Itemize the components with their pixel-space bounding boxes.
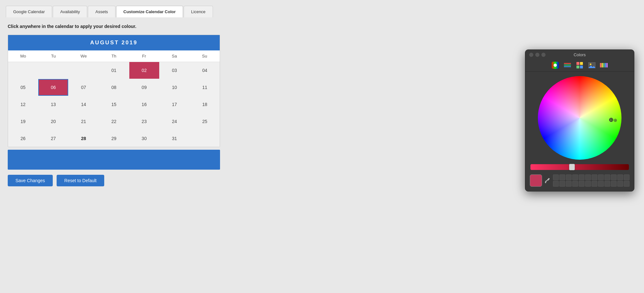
- calendar-cell[interactable]: 24: [160, 113, 189, 130]
- minimize-button[interactable]: [535, 53, 539, 57]
- palette-swatch[interactable]: [598, 181, 604, 187]
- palette-swatch[interactable]: [624, 181, 630, 187]
- calendar-cell[interactable]: 04: [190, 62, 220, 79]
- palette-swatch[interactable]: [585, 174, 591, 180]
- color-preview-bar[interactable]: [8, 150, 220, 170]
- palette-swatch[interactable]: [611, 181, 617, 187]
- picker-toolbar: [525, 60, 634, 72]
- calendar-cell[interactable]: 30: [129, 130, 159, 147]
- main-content: Click anywhere in the calendar to apply …: [0, 17, 644, 194]
- calendar-cell[interactable]: 03: [160, 62, 189, 79]
- tab-google-calendar[interactable]: Google Calendar: [6, 6, 52, 17]
- calendar-cell[interactable]: 01: [99, 62, 129, 79]
- tab-licence[interactable]: Licence: [184, 6, 213, 17]
- calendar-cell[interactable]: 31: [160, 130, 189, 147]
- close-button[interactable]: [529, 53, 533, 57]
- palette-swatch[interactable]: [559, 174, 565, 180]
- calendar-cell[interactable]: 23: [129, 113, 159, 130]
- svg-rect-8: [580, 66, 583, 68]
- calendar-cell[interactable]: 02: [129, 62, 159, 79]
- color-wheel-tool-icon[interactable]: [551, 62, 560, 69]
- calendar-cell[interactable]: 16: [129, 96, 159, 113]
- reset-button[interactable]: Reset to Default: [57, 175, 104, 186]
- calendar-cell[interactable]: 06: [38, 79, 68, 96]
- palette-swatch[interactable]: [624, 174, 630, 180]
- calendar-cell[interactable]: 14: [69, 96, 98, 113]
- svg-rect-14: [602, 63, 603, 67]
- palette-swatch[interactable]: [579, 181, 584, 187]
- svg-point-11: [590, 64, 592, 65]
- palette-swatch[interactable]: [604, 174, 610, 180]
- pencils-tool-icon[interactable]: [600, 62, 609, 69]
- calendar-cell[interactable]: 05: [8, 79, 38, 96]
- maximize-button[interactable]: [541, 53, 546, 57]
- palette-swatch[interactable]: [579, 174, 584, 180]
- palette-swatch[interactable]: [572, 174, 578, 180]
- palette-swatch[interactable]: [553, 174, 559, 180]
- calendar-cell[interactable]: 28: [69, 130, 98, 147]
- calendar-title: AUGUST 2019: [8, 35, 220, 50]
- calendar-cell[interactable]: 12: [8, 96, 38, 113]
- color-wheel[interactable]: ⊕: [538, 76, 621, 160]
- calendar-cell[interactable]: 13: [38, 96, 68, 113]
- calendar-cell[interactable]: 21: [69, 113, 98, 130]
- calendar-cell[interactable]: 18: [190, 96, 220, 113]
- palette-swatch[interactable]: [572, 181, 578, 187]
- calendar-cell[interactable]: 10: [160, 79, 189, 96]
- palette-swatch[interactable]: [617, 174, 623, 180]
- calendar-grid[interactable]: 0102030405060708091011121314151617181920…: [8, 62, 220, 147]
- calendar-cell[interactable]: 09: [129, 79, 159, 96]
- palette-swatch[interactable]: [611, 174, 617, 180]
- svg-rect-15: [603, 63, 604, 67]
- calendar-cell[interactable]: 11: [190, 79, 220, 96]
- calendar-cell[interactable]: 08: [99, 79, 129, 96]
- image-tool-icon[interactable]: [587, 62, 596, 69]
- calendar-cell[interactable]: 22: [99, 113, 129, 130]
- tabs-bar: Google CalendarAvailabilityAssetsCustomi…: [0, 0, 644, 17]
- calendar-cell[interactable]: 07: [69, 79, 98, 96]
- svg-rect-7: [576, 66, 579, 68]
- calendar-cell[interactable]: 29: [99, 130, 129, 147]
- calendar-cell[interactable]: 17: [160, 96, 189, 113]
- palette-swatch[interactable]: [553, 181, 559, 187]
- calendar-cell[interactable]: 19: [8, 113, 38, 130]
- palette-swatch[interactable]: [566, 174, 572, 180]
- save-button[interactable]: Save Changes: [8, 175, 53, 186]
- day-header-fr: Fr: [129, 50, 159, 62]
- slider-thumb[interactable]: [569, 164, 575, 170]
- calendar-cell[interactable]: 20: [38, 113, 68, 130]
- palette-swatch[interactable]: [617, 181, 623, 187]
- traffic-lights: [529, 53, 546, 57]
- eyedropper-button[interactable]: [545, 176, 550, 185]
- svg-rect-17: [606, 63, 608, 67]
- palette-swatch[interactable]: [598, 174, 604, 180]
- tab-assets[interactable]: Assets: [88, 6, 115, 17]
- calendar-cell: [8, 62, 38, 79]
- palette-swatch[interactable]: [585, 181, 591, 187]
- day-header-th: Th: [99, 50, 129, 62]
- calendar-cell[interactable]: 25: [190, 113, 220, 130]
- palette-swatch[interactable]: [592, 174, 597, 180]
- calendar-cell: [190, 130, 220, 147]
- day-header-we: We: [69, 50, 99, 62]
- calendar-cell[interactable]: 26: [8, 130, 38, 147]
- palette-grid-tool-icon[interactable]: [575, 62, 584, 69]
- hue-slider[interactable]: [530, 164, 629, 170]
- day-header-sa: Sa: [159, 50, 189, 62]
- calendar-cell[interactable]: 27: [38, 130, 68, 147]
- slider-row: [525, 163, 634, 173]
- palette-swatch[interactable]: [559, 181, 565, 187]
- current-color-swatch[interactable]: [530, 174, 542, 187]
- day-header-tu: Tu: [38, 50, 69, 62]
- palette-swatch[interactable]: [592, 181, 597, 187]
- tab-availability[interactable]: Availability: [53, 6, 87, 17]
- svg-rect-3: [564, 65, 571, 66]
- sliders-tool-icon[interactable]: [563, 62, 572, 69]
- color-wheel-container[interactable]: ⊕: [525, 72, 634, 163]
- tab-customize-calendar-color[interactable]: Customize Calendar Color: [116, 6, 183, 17]
- palette-swatch[interactable]: [566, 181, 572, 187]
- instruction-text: Click anywhere in the calendar to apply …: [8, 24, 636, 29]
- calendar-cell: [69, 62, 98, 79]
- calendar-cell[interactable]: 15: [99, 96, 129, 113]
- palette-swatch[interactable]: [604, 181, 610, 187]
